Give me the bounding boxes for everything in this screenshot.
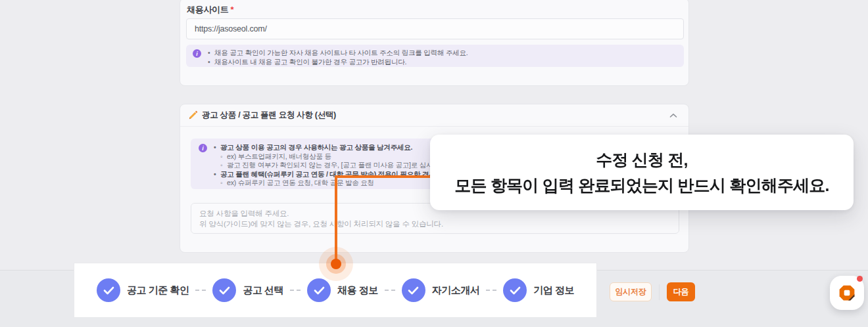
- recruit-site-input[interactable]: [186, 18, 684, 39]
- step-label: 공고 선택: [243, 284, 283, 297]
- step-check-icon: [307, 278, 331, 302]
- temp-save-button[interactable]: 임시저장: [610, 282, 652, 301]
- chat-unread-badge: [857, 276, 863, 282]
- info-bullet: 채용사이트 내 채용 공고 확인이 불가한 경우 공고가 반려됩니다.: [206, 58, 468, 67]
- tooltip-connector-horizontal: [335, 175, 432, 178]
- step-check-icon: [212, 278, 236, 302]
- edit-request-page: 채용사이트* i 채용 공고 확인이 가능한 자사 채용 사이트나 타 사이트 …: [0, 0, 868, 327]
- stepper-step[interactable]: 채용 정보: [307, 278, 378, 302]
- recruit-site-info-box: i 채용 공고 확인이 가능한 자사 채용 사이트나 타 사이트 주소의 링크를…: [186, 45, 684, 67]
- step-dash-connector: [385, 290, 395, 291]
- tooltip-line2: 모든 항목이 입력 완료되었는지 반드시 확인해주세요.: [454, 173, 829, 198]
- recruit-site-label-text: 채용사이트: [187, 5, 229, 14]
- footer-actions: 임시저장 다음: [610, 282, 695, 301]
- chat-launcher-button[interactable]: [830, 276, 864, 310]
- step-check-icon: [503, 278, 527, 302]
- required-asterisk: *: [231, 5, 234, 14]
- channel-talk-logo-icon: [838, 284, 856, 301]
- step-label: 채용 정보: [337, 284, 378, 297]
- step-dash-connector: [195, 290, 206, 291]
- stepper-step-row: 채용 정보: [307, 278, 402, 302]
- stepper-step-row: 공고 선택: [212, 278, 307, 302]
- stepper-step-row: 공고 기준 확인: [97, 278, 212, 302]
- step-dash-connector: [486, 290, 496, 291]
- stepper-step[interactable]: 자기소개서: [402, 278, 480, 302]
- stepper-step[interactable]: 공고 선택: [212, 278, 283, 302]
- step-label: 공고 기준 확인: [127, 284, 189, 297]
- step-dash-connector: [290, 290, 301, 291]
- ad-section-header: 광고 상품 / 공고 플랜 요청 사항 (선택): [180, 104, 688, 127]
- step-label: 자기소개서: [432, 284, 480, 297]
- step-check-icon: [97, 278, 120, 302]
- stepper-step-row: 기업 정보: [503, 278, 574, 302]
- recruit-site-label: 채용사이트*: [187, 4, 233, 16]
- writing-hand-icon: [188, 110, 198, 120]
- tooltip-line1: 수정 신청 전,: [596, 147, 687, 173]
- info-icon: i: [199, 144, 207, 152]
- info-bullet: 채용 공고 확인이 가능한 자사 채용 사이트나 타 사이트 주소의 링크를 입…: [206, 49, 468, 58]
- stepper-step-row: 자기소개서: [402, 278, 504, 302]
- stepper-step[interactable]: 기업 정보: [503, 278, 574, 302]
- ad-section-title: 광고 상품 / 공고 플랜 요청 사항 (선택): [202, 110, 336, 121]
- next-button[interactable]: 다음: [667, 282, 695, 301]
- recruit-site-card: 채용사이트* i 채용 공고 확인이 가능한 자사 채용 사이트나 타 사이트 …: [180, 0, 689, 86]
- stepper-step[interactable]: 공고 기준 확인: [97, 278, 189, 302]
- button-divider: [659, 284, 660, 300]
- step-label: 기업 정보: [533, 284, 574, 297]
- info-icon: i: [193, 49, 201, 58]
- chevron-up-icon[interactable]: [669, 111, 678, 120]
- recruit-site-info-list: 채용 공고 확인이 가능한 자사 채용 사이트나 타 사이트 주소의 링크를 입…: [206, 49, 468, 63]
- step-check-icon: [402, 278, 425, 302]
- dot-core: [331, 259, 341, 269]
- confirmation-tooltip: 수정 신청 전, 모든 항목이 입력 완료되었는지 반드시 확인해주세요.: [430, 135, 854, 210]
